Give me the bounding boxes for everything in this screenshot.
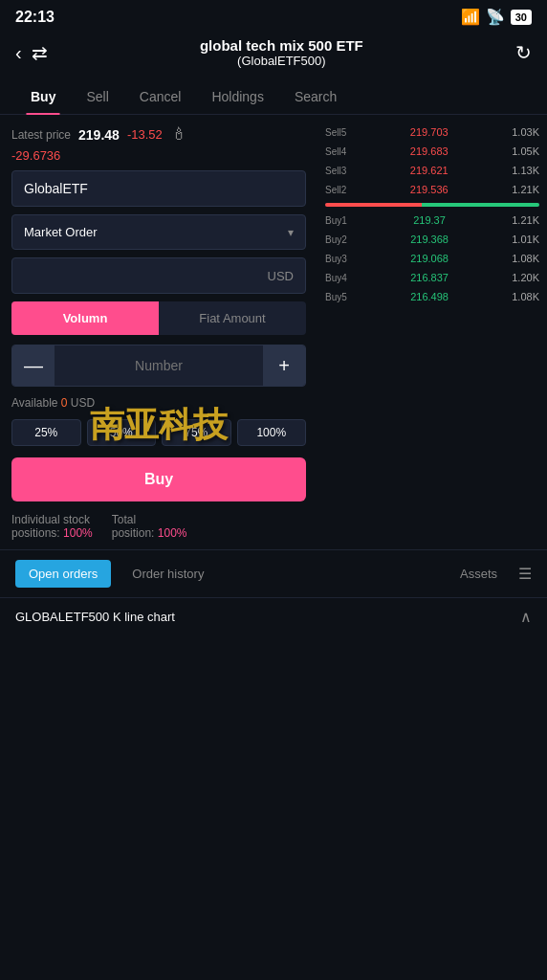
buy-button[interactable]: Buy — [11, 457, 306, 501]
tab-sell[interactable]: Sell — [71, 79, 123, 114]
ob-sell2: Sell2 219.536 1.21K — [325, 180, 539, 199]
menu-icon[interactable]: ☰ — [518, 565, 532, 583]
main-tabs: Buy Sell Cancel Holdings Search — [0, 79, 547, 115]
volumn-toggle[interactable]: Volumn — [11, 301, 159, 335]
total-position-label: Total — [112, 513, 187, 526]
status-icons: 📶 📡 30 — [461, 8, 532, 26]
percent-row: 25% 50% 75% 100% — [11, 419, 306, 446]
order-book: Sell5 219.703 1.03K Sell4 219.683 1.05K … — [317, 115, 547, 549]
number-input[interactable] — [55, 358, 263, 373]
left-panel: Latest price 219.48 -13.52 🕯 -29.6736 Gl… — [0, 115, 317, 549]
swap-icon[interactable]: ⇄ — [32, 41, 48, 64]
available-amount: 0 — [61, 396, 71, 410]
percent-100-button[interactable]: 100% — [237, 419, 307, 446]
decrement-button[interactable]: — — [12, 345, 55, 386]
ob-separator — [325, 203, 539, 207]
bottom-nav: Open orders Order history Assets ☰ — [0, 549, 547, 597]
ob-buy1-amount: 1.21K — [512, 214, 539, 226]
kline-collapse-icon[interactable]: ∧ — [520, 608, 532, 626]
ob-buy1-label: Buy1 — [325, 215, 347, 226]
ob-sell4: Sell4 219.683 1.05K — [325, 142, 539, 161]
stock-code-group: GlobalETF — [11, 170, 306, 207]
ob-buy2-amount: 1.01K — [512, 234, 539, 245]
ob-buy3-label: Buy3 — [325, 254, 347, 264]
ob-buy3: Buy3 219.068 1.08K — [325, 249, 539, 268]
fiat-amount-toggle[interactable]: Fiat Amount — [159, 301, 306, 335]
ob-sell3-price: 219.621 — [410, 165, 449, 176]
wifi-icon: 📡 — [486, 8, 505, 26]
open-orders-button[interactable]: Open orders — [15, 560, 111, 588]
ob-sell2-price: 219.536 — [410, 184, 449, 195]
increment-button[interactable]: + — [263, 345, 305, 386]
price-row: Latest price 219.48 -13.52 🕯 — [11, 124, 306, 145]
header: ‹ ⇄ global tech mix 500 ETF (GlobalETF50… — [0, 30, 547, 79]
ob-sell2-label: Sell2 — [325, 185, 346, 195]
stock-code-value: GlobalETF — [24, 181, 294, 196]
latest-price: 219.48 — [78, 127, 120, 143]
total-position: Total position: 100% — [112, 513, 187, 540]
ob-buy1-price: 219.37 — [413, 214, 446, 226]
ob-sell3: Sell3 219.621 1.13K — [325, 161, 539, 180]
kline-bar[interactable]: GLOBALETF500 K line chart ∧ — [0, 597, 547, 635]
ob-sell2-amount: 1.21K — [512, 184, 539, 195]
ob-sell5-amount: 1.03K — [512, 126, 539, 138]
stock-code-input-box[interactable]: GlobalETF — [11, 170, 306, 207]
percent-50-button[interactable]: 50% — [87, 419, 157, 446]
tab-search[interactable]: Search — [279, 79, 352, 114]
assets-button[interactable]: Assets — [447, 560, 511, 588]
tab-buy[interactable]: Buy — [15, 79, 71, 114]
header-title: global tech mix 500 ETF (GlobalETF500) — [48, 37, 515, 68]
refresh-button[interactable]: ↻ — [515, 41, 532, 64]
tab-cancel[interactable]: Cancel — [124, 79, 197, 114]
status-time: 22:13 — [15, 9, 55, 26]
individual-position: Individual stock positions: 100% — [11, 513, 93, 540]
order-type-select[interactable]: Market Order ▾ — [11, 214, 306, 250]
etf-code: (GlobalETF500) — [48, 54, 515, 68]
available-row: Available 0 USD — [11, 396, 306, 410]
ob-sep-sell — [325, 203, 422, 207]
order-type-group: Market Order ▾ — [11, 214, 306, 250]
main-content: Latest price 219.48 -13.52 🕯 -29.6736 Gl… — [0, 115, 547, 549]
battery-indicator: 30 — [511, 10, 532, 25]
latest-label: Latest price — [11, 128, 71, 142]
ob-sell5-price: 219.703 — [410, 126, 449, 138]
ob-buy4-amount: 1.20K — [512, 272, 539, 283]
ob-buy3-price: 219.068 — [410, 253, 449, 264]
candle-icon[interactable]: 🕯 — [170, 124, 187, 145]
price-change: -13.52 — [127, 127, 163, 142]
ob-sep-buy — [422, 203, 539, 207]
percent-25-button[interactable]: 25% — [11, 419, 81, 446]
header-back-area[interactable]: ‹ ⇄ — [15, 41, 48, 64]
position-info: Individual stock positions: 100% Total p… — [11, 513, 306, 540]
available-currency: USD — [71, 396, 95, 410]
ob-buy4-price: 216.837 — [410, 272, 449, 283]
kline-label: GLOBALETF500 K line chart — [15, 610, 175, 624]
amount-input-box[interactable]: 219.48 USD — [11, 257, 306, 294]
amount-input[interactable]: 219.48 — [24, 268, 260, 283]
trade-type-toggle: Volumn Fiat Amount — [11, 301, 306, 335]
ob-sell5: Sell5 219.703 1.03K — [325, 122, 539, 142]
ob-sell5-label: Sell5 — [325, 127, 346, 138]
ob-buy5-amount: 1.08K — [512, 291, 539, 302]
ob-buy2: Buy2 219.368 1.01K — [325, 230, 539, 249]
ob-buy5: Buy5 216.498 1.08K — [325, 287, 539, 306]
ob-buy4-label: Buy4 — [325, 273, 347, 283]
tab-holdings[interactable]: Holdings — [196, 79, 278, 114]
etf-name: global tech mix 500 ETF — [48, 37, 515, 54]
ob-sell3-label: Sell3 — [325, 166, 346, 176]
order-history-button[interactable]: Order history — [119, 560, 217, 588]
order-type-label: Market Order — [24, 225, 98, 239]
ob-buy3-amount: 1.08K — [512, 253, 539, 264]
ob-buy1: Buy1 219.37 1.21K — [325, 211, 539, 230]
ob-buy5-label: Buy5 — [325, 292, 347, 302]
chevron-down-icon: ▾ — [288, 226, 294, 239]
back-icon[interactable]: ‹ — [15, 42, 22, 64]
amount-input-group: 219.48 USD — [11, 257, 306, 294]
ob-sell4-amount: 1.05K — [512, 145, 539, 157]
individual-position-value: positions: 100% — [11, 526, 93, 540]
ob-buy5-price: 216.498 — [410, 291, 449, 302]
ob-buy4: Buy4 216.837 1.20K — [325, 268, 539, 287]
percent-75-button[interactable]: 75% — [162, 419, 231, 446]
currency-label: USD — [268, 269, 294, 283]
ob-sell3-amount: 1.13K — [512, 165, 539, 176]
